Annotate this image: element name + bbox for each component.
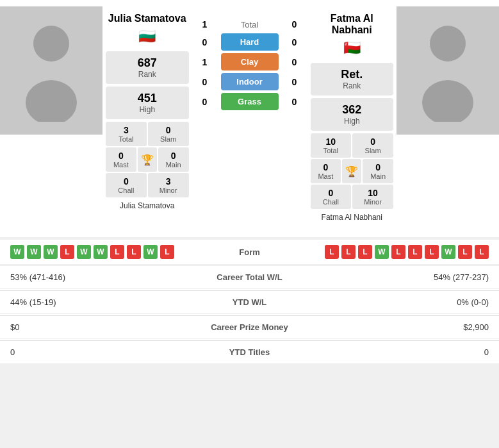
- form-result-badge: L: [458, 245, 472, 259]
- grass-right-num: 0: [288, 97, 301, 107]
- left-player-info: Julia Stamatova 🇧🇬 687 Rank 451 High 3 T…: [102, 6, 192, 231]
- left-player-name: Julia Stamatova: [108, 13, 186, 24]
- right-trophy-icon: 🏆: [345, 165, 358, 178]
- svg-point-3: [422, 80, 473, 122]
- hard-row: 0 Hard 0: [195, 33, 304, 51]
- form-label: Form: [192, 247, 307, 257]
- left-slam-lbl: Slam: [149, 135, 188, 143]
- right-minor-val: 10: [354, 188, 392, 198]
- stat-row: 53% (471-416)Career Total W/L54% (277-23…: [0, 266, 499, 289]
- left-total-val: 3: [107, 125, 145, 135]
- total-row: 1 Total 0: [195, 19, 304, 29]
- left-player-flag: 🇧🇬: [138, 28, 156, 45]
- svg-point-2: [430, 26, 466, 62]
- stat-center-label: YTD W/L: [192, 297, 307, 307]
- grass-left-num: 0: [199, 97, 211, 107]
- form-result-badge: W: [77, 245, 91, 259]
- right-trophy-cell: 🏆: [342, 159, 361, 183]
- left-rank-lbl: Rank: [108, 70, 186, 79]
- right-main-lbl: Main: [364, 172, 392, 180]
- form-result-badge: W: [27, 245, 41, 259]
- left-minor-lbl: Minor: [149, 187, 188, 194]
- form-result-badge: L: [127, 245, 141, 259]
- stat-left-value: 53% (471-416): [10, 272, 192, 282]
- form-result-badge: W: [143, 245, 158, 259]
- right-minor-lbl: Minor: [354, 198, 392, 206]
- left-chall-cell: 0 Chall: [106, 173, 147, 197]
- right-mast-val: 0: [312, 162, 340, 172]
- main-container: Julia Stamatova 🇧🇬 687 Rank 451 High 3 T…: [0, 0, 499, 364]
- hard-left-num: 0: [199, 37, 211, 47]
- total-label: Total: [241, 20, 258, 29]
- stat-left-value: 0: [10, 347, 192, 357]
- right-high-box: 362 High: [311, 98, 394, 131]
- form-result-badge: L: [325, 245, 339, 259]
- left-trophy-icon: 🏆: [141, 154, 154, 166]
- form-result-badge: L: [60, 245, 74, 259]
- right-chall-minor-row: 0 Chall 10 Minor: [311, 185, 394, 209]
- grass-row: 0 Grass 0: [195, 93, 304, 110]
- left-chall-lbl: Chall: [107, 187, 145, 194]
- stat-center-label: Career Total W/L: [192, 272, 307, 282]
- left-chall-minor-row: 0 Chall 3 Minor: [106, 173, 189, 197]
- right-mast-lbl: Mast: [312, 172, 340, 180]
- right-chall-val: 0: [312, 188, 350, 198]
- right-slam-val: 0: [354, 137, 392, 147]
- form-result-badge: W: [94, 245, 108, 259]
- stat-right-value: 0% (0-0): [307, 297, 489, 307]
- right-rank-box: Ret. Rank: [311, 63, 394, 95]
- left-mast-lbl: Mast: [107, 161, 135, 169]
- right-rank-lbl: Rank: [313, 81, 391, 90]
- left-chall-val: 0: [107, 176, 145, 187]
- right-form: LLLWLLLWLL: [311, 245, 489, 259]
- form-result-badge: W: [44, 245, 58, 259]
- total-right-num: 0: [288, 19, 301, 29]
- stat-left-value: $0: [10, 322, 192, 332]
- clay-right-num: 0: [288, 57, 301, 67]
- stat-right-value: 54% (277-237): [307, 272, 489, 282]
- right-player-name: Fatma Al Nabhani: [311, 13, 394, 36]
- right-minor-cell: 10 Minor: [352, 185, 393, 209]
- svg-point-0: [33, 26, 69, 62]
- comparison-section: Julia Stamatova 🇧🇬 687 Rank 451 High 3 T…: [0, 0, 499, 237]
- left-high-val: 451: [108, 92, 186, 105]
- clay-row: 1 Clay 0: [195, 53, 304, 71]
- right-total-val: 10: [312, 137, 350, 147]
- left-player-label-bottom: Julia Stamatova: [120, 201, 174, 210]
- clay-left-num: 1: [199, 57, 211, 67]
- left-total-cell: 3 Total: [106, 122, 147, 146]
- right-main-val: 0: [364, 162, 392, 172]
- indoor-badge: Indoor: [221, 73, 279, 90]
- left-total-slam-row: 3 Total 0 Slam: [106, 122, 189, 146]
- left-mast-cell: 0 Mast: [106, 147, 136, 172]
- form-section: WWWLWWLLWL Form LLLWLLLWLL: [0, 240, 499, 264]
- form-result-badge: W: [10, 245, 24, 259]
- left-slam-cell: 0 Slam: [148, 122, 189, 146]
- form-result-badge: L: [160, 245, 174, 259]
- left-high-box: 451 High: [106, 87, 189, 119]
- indoor-row: 0 Indoor 0: [195, 73, 304, 90]
- form-result-badge: L: [110, 245, 124, 259]
- form-result-badge: W: [441, 245, 455, 259]
- right-total-cell: 10 Total: [311, 133, 352, 158]
- form-result-badge: L: [358, 245, 372, 259]
- middle-col: 1 Total 0 0 Hard 0 1 Clay 0 0 Indoor 0 0: [192, 6, 307, 231]
- form-result-badge: L: [475, 245, 489, 259]
- grass-badge: Grass: [221, 93, 279, 110]
- left-total-lbl: Total: [107, 135, 145, 143]
- bottom-stats: 53% (471-416)Career Total W/L54% (277-23…: [0, 266, 499, 364]
- total-left-num: 1: [199, 19, 211, 29]
- left-mast-val: 0: [107, 151, 135, 161]
- stat-left-value: 44% (15-19): [10, 297, 192, 307]
- right-mast-cell: 0 Mast: [311, 159, 341, 183]
- right-total-lbl: Total: [312, 147, 350, 154]
- right-chall-lbl: Chall: [312, 198, 350, 206]
- left-minor-val: 3: [149, 176, 188, 187]
- stat-right-value: $2,900: [307, 322, 489, 332]
- indoor-right-num: 0: [288, 77, 301, 87]
- clay-badge: Clay: [221, 53, 279, 71]
- left-slam-val: 0: [149, 125, 188, 135]
- left-main-val: 0: [160, 151, 188, 161]
- left-mast-main-row: 0 Mast 🏆 0 Main: [106, 147, 189, 172]
- form-result-badge: L: [391, 245, 405, 259]
